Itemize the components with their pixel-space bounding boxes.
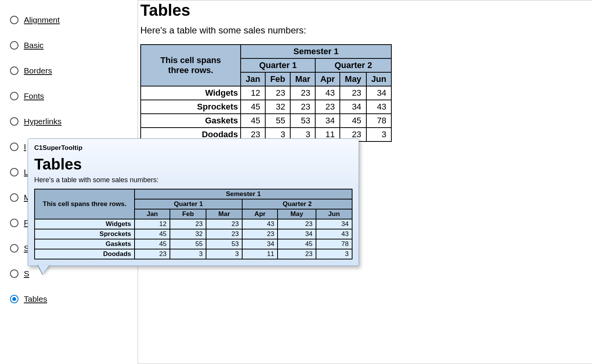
month-header: Mar	[290, 72, 315, 86]
month-header: Feb	[170, 209, 206, 219]
sidebar-item-basic[interactable]: Basic	[10, 41, 130, 50]
radio-icon	[10, 269, 18, 278]
data-cell: 12	[241, 86, 265, 100]
sidebar-item-borders[interactable]: Borders	[10, 66, 130, 75]
data-cell: 78	[366, 114, 391, 128]
sidebar-item-label: Borders	[24, 66, 52, 75]
row-label: Gaskets	[141, 114, 241, 128]
month-header: Jun	[366, 72, 391, 86]
data-cell: 34	[340, 100, 366, 114]
data-cell: 23	[290, 100, 315, 114]
data-cell: 23	[206, 229, 242, 239]
row-label: Sprockets	[141, 100, 241, 114]
month-header: Jan	[241, 72, 265, 86]
data-cell: 45	[135, 239, 170, 249]
data-cell: 23	[278, 249, 316, 259]
radio-icon	[10, 41, 18, 50]
radio-icon	[10, 92, 18, 100]
data-cell: 3	[206, 249, 242, 259]
quarter-header: Quarter 1	[241, 58, 315, 72]
data-cell: 78	[316, 239, 352, 249]
semester-header: Semester 1	[135, 189, 352, 199]
sidebar-item-label: I	[24, 142, 26, 151]
data-cell: 34	[278, 229, 316, 239]
row-label: Widgets	[35, 219, 135, 229]
page-intro: Here's a table with some sales numbers:	[140, 25, 585, 36]
quarter-header: Quarter 2	[315, 58, 391, 72]
radio-icon	[10, 295, 18, 303]
radio-icon	[10, 117, 18, 126]
radio-icon	[10, 66, 18, 75]
data-cell: 23	[206, 219, 242, 229]
sidebar-item-alignment[interactable]: Alignment	[10, 15, 130, 25]
sidebar-item-label: S	[24, 269, 29, 278]
data-cell: 45	[241, 100, 265, 114]
sidebar-item-fonts[interactable]: Fonts	[10, 91, 130, 101]
radio-icon	[10, 219, 18, 227]
data-cell: 34	[315, 114, 340, 128]
data-cell: 34	[366, 86, 391, 100]
data-cell: 11	[242, 249, 278, 259]
data-cell: 23	[290, 86, 315, 100]
data-cell: 43	[242, 219, 278, 229]
table-row: Doodads233311233	[35, 249, 352, 259]
sidebar-item-label: Hyperlinks	[24, 117, 62, 126]
data-cell: 12	[135, 219, 170, 229]
data-cell: 43	[366, 100, 391, 114]
month-header: May	[278, 209, 316, 219]
tooltip-header: C1SuperTooltip	[34, 144, 353, 152]
sales-table: This cell spans three rows.Semester 1Qua…	[140, 44, 392, 142]
data-cell: 45	[340, 114, 366, 128]
data-cell: 45	[278, 239, 316, 249]
row-label: Doodads	[35, 249, 135, 259]
month-header: Mar	[206, 209, 242, 219]
span-cell: This cell spans three rows.	[35, 189, 135, 219]
table-row: Widgets122323432334	[35, 219, 352, 229]
tooltip-intro: Here's a table with some sales numbers:	[34, 176, 353, 184]
radio-icon	[10, 244, 18, 253]
month-header: Jan	[135, 209, 170, 219]
table-row: Sprockets453223233443	[141, 100, 391, 114]
sidebar-item-label: Alignment	[24, 15, 60, 25]
span-cell: This cell spans three rows.	[141, 45, 241, 86]
data-cell: 32	[170, 229, 206, 239]
sidebar-item-label: Fonts	[24, 91, 44, 101]
radio-icon	[10, 168, 18, 176]
sidebar-item-tables[interactable]: Tables	[10, 294, 130, 304]
table-row: Gaskets455553344578	[35, 239, 352, 249]
data-cell: 23	[170, 219, 206, 229]
radio-icon	[10, 193, 18, 202]
data-cell: 23	[340, 86, 366, 100]
month-header: Jun	[316, 209, 352, 219]
month-header: Feb	[265, 72, 290, 86]
data-cell: 3	[366, 128, 391, 141]
data-cell: 3	[170, 249, 206, 259]
data-cell: 55	[265, 114, 290, 128]
table-row: Sprockets453223233443	[35, 229, 352, 239]
data-cell: 43	[316, 229, 352, 239]
row-label: Gaskets	[35, 239, 135, 249]
page-title: Tables	[140, 1, 585, 20]
data-cell: 45	[135, 229, 170, 239]
data-cell: 53	[206, 239, 242, 249]
semester-header: Semester 1	[241, 45, 391, 58]
data-cell: 3	[316, 249, 352, 259]
tooltip-sales-table: This cell spans three rows.Semester 1Qua…	[34, 189, 353, 259]
radio-icon	[10, 16, 18, 24]
sidebar-item-hyperlinks[interactable]: Hyperlinks	[10, 117, 130, 126]
data-cell: 43	[315, 86, 340, 100]
data-cell: 23	[315, 100, 340, 114]
data-cell: 23	[135, 249, 170, 259]
data-cell: 55	[170, 239, 206, 249]
data-cell: 34	[316, 219, 352, 229]
tooltip-title: Tables	[34, 156, 353, 173]
super-tooltip: C1SuperTooltip Tables Here's a table wit…	[28, 138, 359, 266]
data-cell: 53	[290, 114, 315, 128]
data-cell: 45	[241, 114, 265, 128]
data-cell: 23	[265, 86, 290, 100]
row-label: Sprockets	[35, 229, 135, 239]
data-cell: 32	[265, 100, 290, 114]
sidebar-item-s[interactable]: S	[10, 269, 130, 278]
table-row: Widgets122323432334	[141, 86, 391, 100]
table-row: Gaskets455553344578	[141, 114, 391, 128]
